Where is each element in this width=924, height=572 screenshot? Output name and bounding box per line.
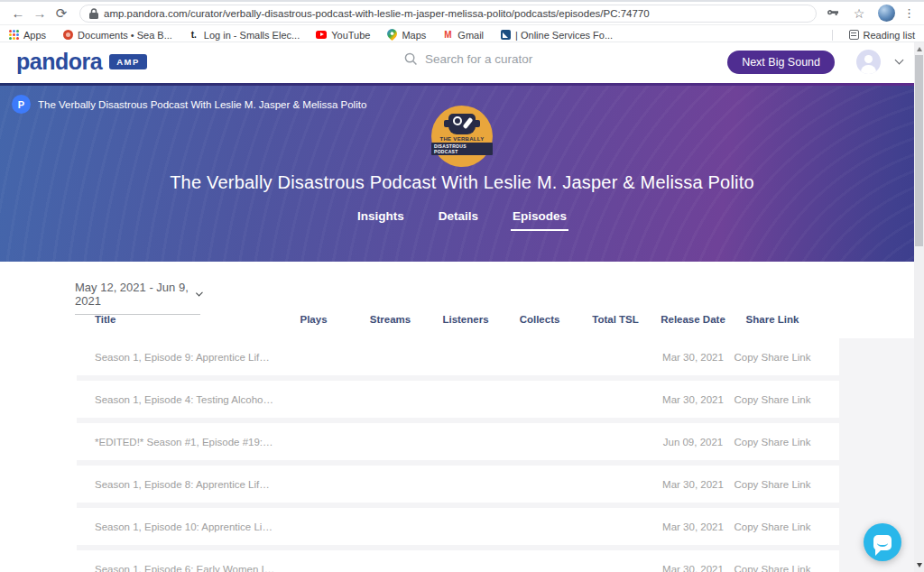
magnifier-icon	[453, 116, 462, 125]
browser-profile-avatar[interactable]	[878, 5, 895, 22]
address-bar[interactable]	[79, 5, 817, 23]
copy-share-link[interactable]: Copy Share Link	[732, 521, 813, 532]
curator-search[interactable]	[404, 52, 560, 66]
episode-title: Season 1, Episode 6: Early Women In Cons…	[77, 564, 275, 572]
podcast-cover-art: THE VERBALLY DISASTROUS PODCAST	[431, 106, 493, 167]
copy-share-link[interactable]: Copy Share Link	[732, 352, 813, 363]
table-row[interactable]: *EDITED!* Season #1, Episode #19: Part A…	[77, 423, 839, 460]
pandora-logo-text: pandora	[16, 51, 102, 73]
gmail-favicon: M	[442, 30, 453, 41]
episode-title: Season 1, Episode 9: Apprentice Life Par…	[77, 352, 275, 363]
maps-favicon	[386, 30, 397, 41]
forward-icon[interactable]: →	[29, 3, 51, 24]
reading-list-button[interactable]: Reading list	[849, 30, 915, 41]
toolbar-actions: ☆ ⋮	[826, 3, 917, 24]
copy-share-link[interactable]: Copy Share Link	[732, 437, 813, 447]
pandora-amp-logo[interactable]: pandora AMP	[16, 51, 147, 73]
browser-toolbar: ← → ⟳ ☆ ⋮	[0, 0, 924, 25]
cover-art-text-1: THE VERBALLY	[439, 136, 484, 142]
reading-list-label: Reading list	[864, 30, 915, 41]
release-date: Jun 09, 2021	[654, 437, 732, 447]
apps-grid-icon	[9, 30, 19, 40]
copy-share-link[interactable]: Copy Share Link	[732, 479, 813, 490]
smalls-favicon: t.	[189, 30, 199, 41]
column-collects: Collects	[503, 314, 577, 325]
column-share-link: Share Link	[732, 314, 813, 325]
bookmark-online-services[interactable]: | Online Services Fo...	[500, 30, 613, 41]
bookmark-label: Apps	[23, 30, 46, 41]
table-row[interactable]: Season 1, Episode 8: Apprentice Life Par…	[77, 466, 839, 503]
tab-insights[interactable]: Insights	[357, 209, 404, 231]
bookmark-star-icon[interactable]: ☆	[848, 3, 870, 24]
bookmark-gmail[interactable]: M Gmail	[442, 30, 484, 41]
tab-episodes[interactable]: Episodes	[513, 209, 567, 231]
refresh-icon[interactable]: ⟳	[51, 3, 72, 24]
bookmark-label: Log in - Smalls Elec...	[204, 30, 300, 41]
release-date: Mar 30, 2021	[654, 564, 732, 572]
next-big-sound-button[interactable]: Next Big Sound	[727, 51, 835, 74]
episodes-table: Season 1, Episode 9: Apprentice Life Par…	[77, 338, 915, 572]
column-plays: Plays	[275, 314, 352, 325]
bookmark-documents[interactable]: Documents • Sea B...	[62, 30, 172, 41]
bookmark-maps[interactable]: Maps	[386, 30, 426, 41]
episodes-panel: May 12, 2021 - Jun 9, 2021 Title Plays S…	[0, 262, 924, 572]
page-scrollbar[interactable]	[914, 42, 924, 572]
table-row[interactable]: Season 1, Episode 6: Early Women In Cons…	[77, 550, 839, 572]
bookmark-smalls[interactable]: t. Log in - Smalls Elec...	[189, 30, 300, 41]
date-range-label: May 12, 2021 - Jun 9, 2021	[75, 281, 189, 308]
podcast-logo-shield	[448, 114, 476, 134]
release-date: Mar 30, 2021	[654, 394, 732, 405]
documents-favicon	[62, 30, 73, 41]
back-icon[interactable]: ←	[7, 3, 29, 24]
copy-share-link[interactable]: Copy Share Link	[732, 394, 813, 405]
bookmark-label: Maps	[402, 30, 426, 41]
url-input[interactable]	[104, 8, 807, 19]
amp-badge: AMP	[109, 54, 147, 69]
key-icon[interactable]	[826, 6, 840, 21]
account-chevron-down-icon[interactable]	[895, 56, 904, 65]
wrench-icon	[463, 117, 474, 129]
bookmark-label: Gmail	[457, 30, 484, 41]
search-input[interactable]	[425, 52, 560, 66]
bookmark-apps[interactable]: Apps	[9, 30, 46, 41]
copy-share-link[interactable]: Copy Share Link	[732, 564, 813, 572]
episode-title: Season 1, Episode 10: Apprentice Life Pa…	[77, 521, 275, 532]
date-range-selector[interactable]: May 12, 2021 - Jun 9, 2021	[75, 281, 200, 315]
chat-widget-button[interactable]	[864, 523, 901, 561]
bookmark-label: | Online Services Fo...	[515, 30, 613, 41]
bookmarks-divider	[832, 30, 833, 41]
date-chevron-down-icon	[196, 290, 203, 297]
release-date: Mar 30, 2021	[654, 352, 732, 363]
column-title: Title	[77, 314, 275, 325]
release-date: Mar 30, 2021	[654, 521, 732, 532]
cover-art-text-2: DISASTROUS PODCAST	[431, 143, 493, 155]
pandora-p-icon[interactable]: P	[12, 95, 31, 114]
hero-top-line	[0, 83, 924, 86]
column-total-tsl: Total TSL	[577, 314, 654, 325]
table-row[interactable]: Season 1, Episode 10: Apprentice Life Pa…	[77, 508, 839, 545]
page-title: The Verbally Disastrous Podcast With Les…	[0, 172, 924, 193]
scroll-up-arrow-icon[interactable]	[917, 47, 922, 51]
episode-title: Season 1, Episode 8: Apprentice Life Par…	[77, 479, 275, 490]
site-header: pandora AMP Next Big Sound	[0, 42, 924, 83]
account-avatar[interactable]	[856, 50, 881, 74]
bookmark-label: Documents • Sea B...	[78, 30, 172, 41]
browser-window: ← → ⟳ ☆ ⋮ Apps	[0, 0, 924, 572]
chat-bubble-icon	[873, 535, 892, 550]
scroll-down-arrow-icon[interactable]	[917, 563, 922, 567]
search-icon	[404, 52, 418, 66]
episode-title: *EDITED!* Season #1, Episode #19: Part A…	[77, 437, 275, 447]
reading-list-icon	[849, 30, 859, 40]
hero-tabs: Insights Details Episodes	[0, 209, 924, 231]
table-row[interactable]: Season 1, Episode 9: Apprentice Life Par…	[77, 338, 839, 375]
lock-icon	[89, 8, 98, 19]
table-row[interactable]: Season 1, Episode 4: Testing Alcoholic D…	[77, 381, 839, 418]
column-streams: Streams	[352, 314, 429, 325]
column-listeners: Listeners	[429, 314, 503, 325]
browser-menu-icon[interactable]: ⋮	[903, 7, 915, 19]
tab-details[interactable]: Details	[439, 209, 478, 231]
podcast-hero: P The Verbally Disastrous Podcast With L…	[0, 83, 924, 262]
bookmark-youtube[interactable]: YouTube	[316, 30, 370, 41]
scrollbar-thumb[interactable]	[915, 55, 923, 246]
online-services-favicon	[500, 30, 511, 41]
